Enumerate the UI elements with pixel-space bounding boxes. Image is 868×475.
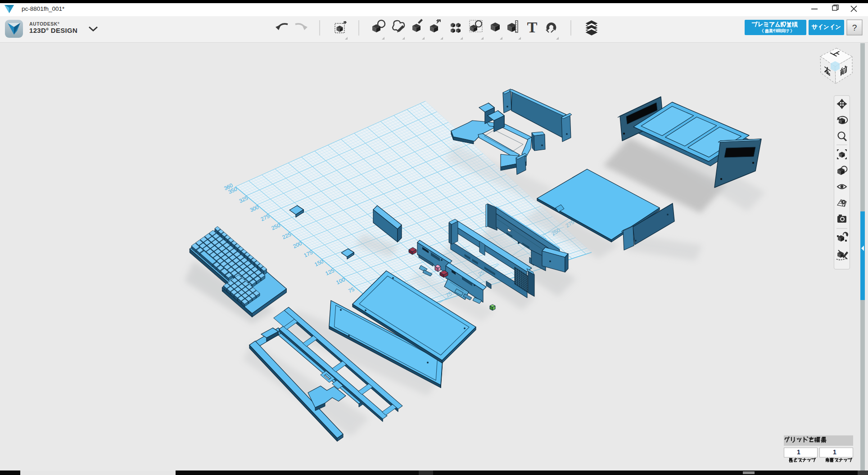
svg-text:?: ? bbox=[852, 23, 857, 32]
svg-text:123D° DESIGN: 123D° DESIGN bbox=[29, 27, 77, 34]
svg-text:AUTODESK°: AUTODESK° bbox=[29, 21, 59, 27]
svg-text:T: T bbox=[527, 19, 538, 36]
